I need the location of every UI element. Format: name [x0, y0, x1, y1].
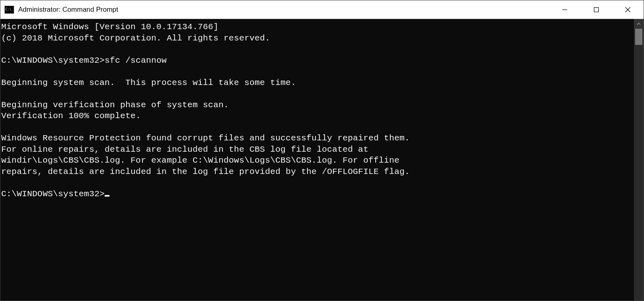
console-prompt-line[interactable]: C:\WINDOWS\system32>	[1, 189, 633, 200]
console-line	[1, 122, 633, 133]
maximize-icon	[593, 7, 599, 13]
console-line: Beginning verification phase of system s…	[1, 100, 633, 111]
console-line: Verification 100% complete.	[1, 110, 633, 122]
titlebar[interactable]: C:\. Administrator: Command Prompt	[0, 0, 644, 19]
scroll-thumb[interactable]	[635, 29, 642, 45]
cmd-icon: C:\.	[4, 6, 14, 14]
minimize-icon	[562, 7, 568, 13]
close-icon	[625, 7, 631, 13]
text-cursor	[105, 195, 109, 197]
console-line: Beginning system scan. This process will…	[1, 77, 633, 89]
minimize-button[interactable]	[549, 0, 581, 19]
cmd-icon-text: C:\.	[5, 8, 13, 11]
console-container: Microsoft Windows [Version 10.0.17134.76…	[0, 19, 644, 301]
console-line: For online repairs, details are included…	[1, 144, 633, 155]
scroll-up-button[interactable]	[634, 19, 644, 29]
close-button[interactable]	[612, 0, 644, 19]
console-output[interactable]: Microsoft Windows [Version 10.0.17134.76…	[0, 19, 634, 301]
scroll-track[interactable]	[634, 29, 644, 301]
console-line: windir\Logs\CBS\CBS.log. For example C:\…	[1, 155, 633, 166]
maximize-button[interactable]	[581, 0, 612, 19]
window-title: Administrator: Command Prompt	[18, 6, 118, 14]
svg-rect-1	[594, 7, 599, 12]
console-line	[1, 66, 633, 77]
console-line: (c) 2018 Microsoft Corporation. All righ…	[1, 33, 633, 44]
chevron-up-icon	[637, 22, 641, 26]
console-line: Windows Resource Protection found corrup…	[1, 133, 633, 144]
console-line: repairs, details are included in the log…	[1, 166, 633, 178]
vertical-scrollbar[interactable]	[634, 19, 644, 301]
console-prompt: C:\WINDOWS\system32>	[1, 189, 105, 199]
console-line	[1, 177, 633, 189]
console-line: C:\WINDOWS\system32>sfc /scannow	[1, 55, 633, 66]
console-line	[1, 88, 633, 100]
console-line	[1, 44, 633, 55]
console-line: Microsoft Windows [Version 10.0.17134.76…	[1, 21, 633, 33]
